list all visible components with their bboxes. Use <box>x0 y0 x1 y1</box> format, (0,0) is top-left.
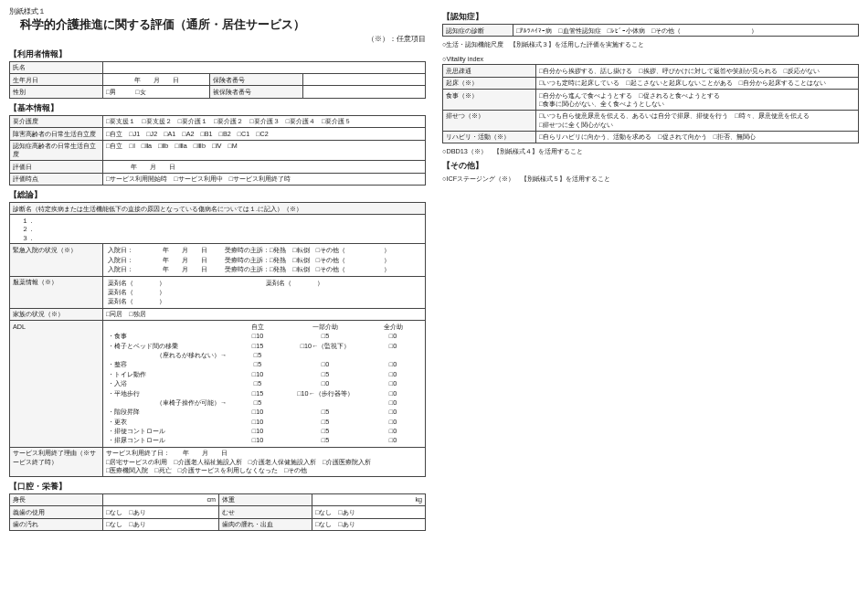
section-other: 【その他】 <box>442 161 859 171</box>
label-care: 要介護度 <box>10 115 103 127</box>
form-number: 別紙様式１ <box>9 7 426 16</box>
label-vi-wake: 起床（※） <box>443 77 536 89</box>
section-oral: 【口腔・栄養】 <box>9 482 426 492</box>
field-end[interactable]: サービス利用終了日： 年 月 日 □居宅サービスの利用 □介護老人福祉施設入所 … <box>103 447 426 476</box>
label-disab: 障害高齢者の日常生活自立度 <box>10 128 103 140</box>
field-demdiag[interactable]: □ｱﾙﾂﾊｲﾏｰ病 □血管性認知症 □ﾚﾋﾞｰ小体病 □その他（ ） <box>513 25 859 37</box>
user-table: 氏名 生年月日 年 月 日 保険者番号 性別 □男 □女 被保険者番号 <box>9 61 426 99</box>
field-insno[interactable] <box>303 74 426 86</box>
label-end: サービス利用終了理由（※サービス終了時） <box>10 447 103 476</box>
section-summary: 【総論】 <box>9 190 426 200</box>
field-diag[interactable]: １． ２． ３． <box>10 215 426 244</box>
left-column: 別紙様式１ 科学的介護推進に関する評価（通所・居住サービス） （※）：任意項目 … <box>9 7 426 587</box>
label-choke: むせ <box>219 506 312 518</box>
section-dementia: 【認知症】 <box>442 12 859 22</box>
field-vi-wake[interactable]: □いつも定時に起床している □起こさないと起床しないことがある □自分から起床す… <box>536 77 859 89</box>
label-dob: 生年月日 <box>10 74 103 86</box>
vitality-table: 意思疎通□自分から挨拶する、話し掛ける □挨拶、呼びかけに対して返答や笑顔が見ら… <box>442 64 859 143</box>
label-adl: ADL <box>10 321 103 448</box>
page-title: 科学的介護推進に関する評価（通所・居住サービス） <box>20 17 426 33</box>
label-sex: 性別 <box>10 86 103 98</box>
field-hosp[interactable]: 入院日：年 月 日受療時の主訴：□発熱 □転倒 □その他（ ） 入院日：年 月 … <box>103 244 426 276</box>
label-cog: 認知症高齢者の日常生活自立度 <box>10 140 103 161</box>
label-evp: 評価時点 <box>10 173 103 185</box>
field-dob[interactable]: 年 月 日 <box>103 74 210 86</box>
note-scale: ○生活・認知機能尺度 【別紙様式３】を活用した評価を実施すること <box>442 40 859 48</box>
label-vi-rehab: リハビリ・活動（※） <box>443 131 536 143</box>
field-gum[interactable]: □なし □あり <box>312 518 426 530</box>
field-choke[interactable]: □なし □あり <box>312 506 426 518</box>
label-hosp: 緊急入院の状況（※） <box>10 244 103 276</box>
field-vi-will[interactable]: □自分から挨拶する、話し掛ける □挨拶、呼びかけに対して返答や笑顔が見られる □… <box>536 65 859 77</box>
label-vi-will: 意思疎通 <box>443 65 536 77</box>
diag-3: ３． <box>22 234 35 242</box>
field-weight[interactable]: kg <box>312 493 426 505</box>
summary-table: 診断名（特定疾病または生活機能低下の直接の原因となっている傷病名については１.に… <box>9 202 426 477</box>
right-column: 【認知症】 認知症の診断□ｱﾙﾂﾊｲﾏｰ病 □血管性認知症 □ﾚﾋﾞｰ小体病 □… <box>442 7 859 587</box>
label-gum: 歯肉の腫れ・出血 <box>219 518 312 530</box>
field-height[interactable]: cm <box>103 493 219 505</box>
diag-1: １． <box>22 217 35 225</box>
field-adl[interactable]: 自立一部介助全介助 ・食事□10□5□0 ・椅子とベッド間の移乗□15□10←（… <box>103 321 426 448</box>
field-dent[interactable]: □なし □あり <box>103 506 219 518</box>
label-dent: 義歯の使用 <box>10 506 103 518</box>
field-disab[interactable]: □自立 □J1 □J2 □A1 □A2 □B1 □B2 □C1 □C2 <box>103 128 426 140</box>
section-user: 【利用者情報】 <box>9 49 426 59</box>
label-insured: 被保険者番号 <box>210 86 303 98</box>
field-stain[interactable]: □なし □あり <box>103 518 219 530</box>
label-insno: 保険者番号 <box>210 74 303 86</box>
oral-table: 身長cm 体重kg 義歯の使用□なし □あり むせ□なし □あり 歯の汚れ□なし… <box>9 493 426 531</box>
optional-note: （※）：任意項目 <box>9 35 426 44</box>
note-icf: ○ICFステージング（※） 【別紙様式５】を活用すること <box>442 175 859 183</box>
field-vi-toil[interactable]: □いつも自ら便意尿意を伝える、あるいは自分で排尿、排便を行う □時々、尿意便意を… <box>536 110 859 131</box>
label-stain: 歯の汚れ <box>10 518 103 530</box>
note-dbd: ○DBD13（※） 【別紙様式４】を活用すること <box>442 147 859 155</box>
label-demdiag: 認知症の診断 <box>443 25 513 37</box>
field-evd[interactable]: 年 月 日 <box>103 161 426 173</box>
field-name[interactable] <box>103 61 426 73</box>
field-insured[interactable] <box>303 86 426 98</box>
dem-diag-table: 認知症の診断□ｱﾙﾂﾊｲﾏｰ病 □血管性認知症 □ﾚﾋﾞｰ小体病 □その他（ ） <box>442 24 859 37</box>
check-female[interactable]: □女 <box>135 88 145 96</box>
field-fam[interactable]: □同居 □独居 <box>103 308 426 320</box>
field-sex[interactable]: □男 □女 <box>103 86 210 98</box>
label-vi-toil: 排せつ（※） <box>443 110 536 131</box>
field-cog[interactable]: □自立 □Ⅰ □Ⅱa □Ⅱb □Ⅲa □Ⅲb □Ⅳ □M <box>103 140 426 161</box>
section-basic: 【基本情報】 <box>9 103 426 113</box>
field-evp[interactable]: □サービス利用開始時 □サービス利用中 □サービス利用終了時 <box>103 173 426 185</box>
field-med[interactable]: 薬剤名（ ）薬剤名（ ） 薬剤名（ ）薬剤名（ ） <box>103 276 426 308</box>
label-vi-eat: 食事（※） <box>443 90 536 111</box>
label-diag: 診断名（特定疾病または生活機能低下の直接の原因となっている傷病名については１.に… <box>10 203 426 215</box>
label-weight: 体重 <box>219 493 312 505</box>
label-name: 氏名 <box>10 61 103 73</box>
field-vi-rehab[interactable]: □自らリハビリに向かう、活動を求める □促されて向かう □拒否、無関心 <box>536 131 859 143</box>
label-med: 服薬情報（※） <box>10 276 103 308</box>
basic-table: 要介護度□要支援１ □要支援２ □要介護１ □要介護２ □要介護３ □要介護４ … <box>9 115 426 186</box>
label-height: 身長 <box>10 493 103 505</box>
label-evd: 評価日 <box>10 161 103 173</box>
label-vitality: ○Vitality index <box>442 55 859 63</box>
label-fam: 家族の状況（※） <box>10 308 103 320</box>
diag-2: ２． <box>22 225 35 233</box>
check-male[interactable]: □男 <box>106 88 116 96</box>
field-vi-eat[interactable]: □自分から進んで食べようとする □促されると食べようとする □食事に関心がない、… <box>536 90 859 111</box>
field-care[interactable]: □要支援１ □要支援２ □要介護１ □要介護２ □要介護３ □要介護４ □要介護… <box>103 115 426 127</box>
